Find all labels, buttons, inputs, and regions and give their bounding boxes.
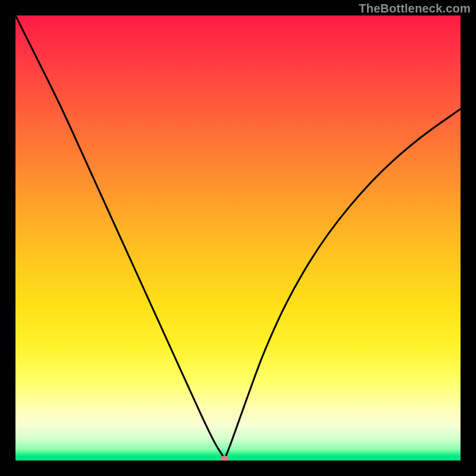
watermark-text: TheBottleneck.com <box>359 2 471 15</box>
bottleneck-curve <box>15 15 461 458</box>
chart-frame: TheBottleneck.com <box>0 0 476 476</box>
plot-area <box>15 15 461 461</box>
curve-layer <box>15 15 461 461</box>
optimum-marker <box>221 456 229 461</box>
